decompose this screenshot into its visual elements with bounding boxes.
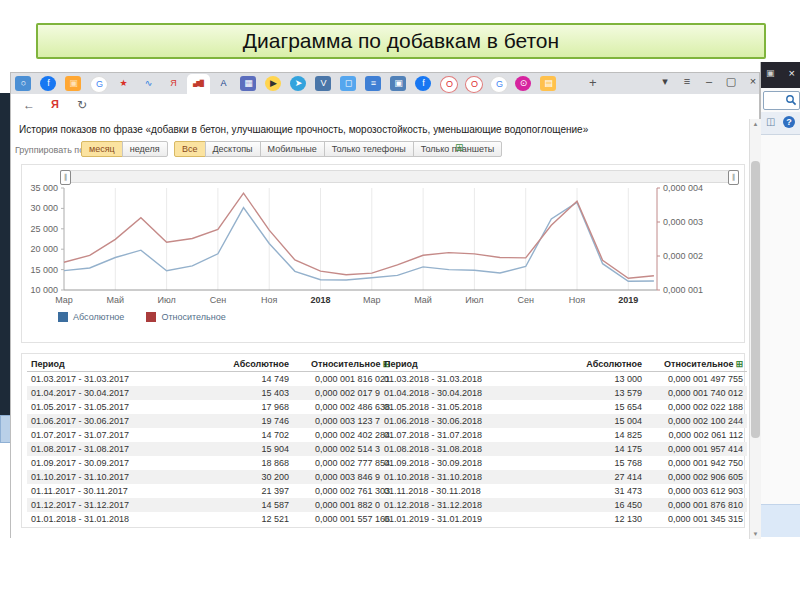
chart-panel: ∥ ∥ 35 00030 00025 00020 00015 00010 000… [21, 164, 745, 343]
google-tab-icon[interactable]: G [90, 76, 108, 93]
svg-text:15 000: 15 000 [30, 265, 58, 275]
orange-app-tab-icon[interactable]: ▣ [65, 76, 81, 91]
help-icon[interactable]: ? [783, 116, 795, 128]
abs-cell: 19 746 [213, 414, 293, 428]
rel-cell: 0,000 001 816 021 [293, 372, 394, 387]
scrollbar-thumb[interactable] [751, 161, 760, 438]
legend-item[interactable]: Относительное [146, 312, 225, 322]
table-row: 01.04.2017 - 30.04.201715 4030,000 002 0… [27, 386, 394, 400]
svg-text:Июл: Июл [465, 295, 483, 305]
back-icon[interactable]: ← [23, 98, 35, 112]
rel-cell: 0,000 002 022 188 [646, 400, 747, 414]
period-cell: 01.04.2018 - 30.04.2018 [380, 386, 566, 400]
table-row: 01.08.2018 - 31.08.201814 1750,000 001 9… [380, 442, 747, 456]
period-cell: 01.06.2018 - 30.06.2018 [380, 414, 566, 428]
svg-text:10 000: 10 000 [30, 285, 58, 295]
export-icon[interactable]: ⊞ [735, 359, 743, 369]
star-tab-icon[interactable]: ★ [115, 76, 131, 91]
query-history-heading: История показов по фразе «добавки в бето… [19, 124, 739, 135]
group-by-buttons: месяцнеделя [81, 141, 168, 157]
telegram-tab-icon[interactable]: ➤ [290, 76, 306, 91]
folder-tab-icon[interactable]: ▤ [540, 76, 556, 91]
app-grid-tab-icon[interactable]: ▦ [240, 76, 256, 91]
group-button-месяц[interactable]: месяц [81, 141, 123, 157]
refresh-icon[interactable]: ↻ [77, 98, 87, 112]
facebook-tab-icon[interactable]: f [40, 76, 56, 91]
instagram-tab-icon[interactable]: ⊙ [515, 76, 531, 91]
slide-title: Диаграмма по добавкам в бетон [36, 23, 766, 59]
google-2-tab-icon[interactable]: G [490, 76, 508, 93]
svg-text:20 000: 20 000 [30, 244, 58, 254]
vk-tab-icon[interactable]: V [315, 76, 331, 91]
column-header: Период [380, 356, 566, 372]
rel-cell: 0,000 003 123 705 [293, 414, 394, 428]
export-icon[interactable]: ⊞ [455, 143, 463, 153]
group-by-label: Группировать по: [15, 145, 87, 155]
rel-cell: 0,000 002 906 605 [646, 470, 747, 484]
period-cell: 01.01.2019 - 31.01.2019 [380, 512, 566, 526]
opera-2-tab-icon[interactable]: O [465, 76, 483, 93]
abs-cell: 14 175 [566, 442, 646, 456]
device-button-все[interactable]: Все [174, 141, 206, 157]
device-button-только-телефоны[interactable]: Только телефоны [324, 141, 414, 157]
rel-cell: 0,000 001 345 315 [646, 512, 747, 526]
rel-cell: 0,000 002 061 112 [646, 428, 747, 442]
rel-cell: 0,000 002 100 244 [646, 414, 747, 428]
new-tab-button[interactable]: + [589, 75, 597, 90]
device-button-мобильные[interactable]: Мобильные [260, 141, 325, 157]
abs-cell: 15 403 [213, 386, 293, 400]
chat-tab-icon[interactable]: ◻ [340, 76, 356, 91]
letter-a-tab-icon[interactable]: A [215, 76, 231, 91]
svg-text:2018: 2018 [310, 295, 330, 305]
abs-cell: 27 414 [566, 470, 646, 484]
background-window-search-input[interactable] [763, 91, 800, 110]
table-row: 01.03.2017 - 31.03.201714 7490,000 001 8… [27, 372, 394, 387]
rel-cell: 0,000 002 514 303 [293, 442, 394, 456]
legend-item[interactable]: Абсолютное [58, 312, 124, 322]
play-tab-icon[interactable]: ▶ [265, 76, 281, 91]
table-row: 01.01.2019 - 31.01.201912 1300,000 001 3… [380, 512, 747, 526]
menu-icon[interactable]: ≡ [679, 75, 695, 87]
column-header: Относительное⊞ [293, 356, 394, 372]
table-row: 01.11.2017 - 30.11.201721 3970,000 002 7… [27, 484, 394, 498]
close-icon[interactable]: × [789, 67, 795, 79]
page-scrollbar[interactable]: ▲ ▼ [749, 119, 761, 539]
period-cell: 01.10.2018 - 31.10.2018 [380, 470, 566, 484]
period-cell: 01.08.2017 - 31.08.2017 [27, 442, 213, 456]
svg-text:0,000 002: 0,000 002 [663, 251, 703, 261]
minimize-icon[interactable]: – [701, 75, 717, 87]
period-cell: 01.03.2017 - 31.03.2017 [27, 372, 213, 387]
opera-tab-icon[interactable]: O [440, 76, 458, 93]
abs-cell: 31 473 [566, 484, 646, 498]
maximize-icon[interactable]: ▢ [723, 75, 739, 88]
swoosh-tab-icon[interactable]: ∿ [140, 76, 156, 91]
svg-text:Мар: Мар [55, 295, 73, 305]
panes-icon[interactable]: ◫ [766, 116, 775, 127]
device-button-десктопы[interactable]: Десктопы [205, 141, 261, 157]
svg-text:30 000: 30 000 [30, 203, 58, 213]
scroll-up-icon[interactable]: ▲ [750, 121, 761, 127]
rel-cell: 0,000 001 882 015 [293, 498, 394, 512]
device-filter-buttons: ВсеДесктопыМобильныеТолько телефоныТольк… [174, 141, 502, 157]
group-button-неделя[interactable]: неделя [122, 141, 168, 157]
rel-cell: 0,000 001 497 755 [646, 372, 747, 387]
svg-text:Мар: Мар [363, 295, 381, 305]
abs-cell: 21 397 [213, 484, 293, 498]
doc-tab-icon[interactable]: ≡ [365, 76, 381, 91]
table-row: 01.12.2018 - 31.12.201816 4500,000 001 8… [380, 498, 747, 512]
table-row: 01.09.2017 - 30.09.201718 8680,000 002 7… [27, 456, 394, 470]
yandex-tab-icon[interactable]: Я [165, 76, 181, 91]
scroll-down-icon[interactable]: ▼ [750, 531, 761, 537]
facebook-2-tab-icon[interactable]: f [415, 76, 431, 91]
search-tab-icon[interactable]: ○ [15, 76, 31, 91]
rel-cell: 0,000 003 846 901 [293, 470, 394, 484]
close-icon[interactable]: × [745, 75, 761, 87]
wordstat-tab-icon[interactable]: ▄▆█ [190, 76, 206, 91]
yandex-home-icon[interactable]: Я [51, 98, 59, 110]
vk-2-tab-icon[interactable]: ▣ [390, 76, 406, 91]
table-row: 01.07.2018 - 31.07.201814 8250,000 002 0… [380, 428, 747, 442]
period-cell: 01.08.2018 - 31.08.2018 [380, 442, 566, 456]
svg-text:0,000 003: 0,000 003 [663, 217, 703, 227]
tab-search-icon[interactable]: ▾ [657, 75, 673, 88]
abs-cell: 12 521 [213, 512, 293, 526]
